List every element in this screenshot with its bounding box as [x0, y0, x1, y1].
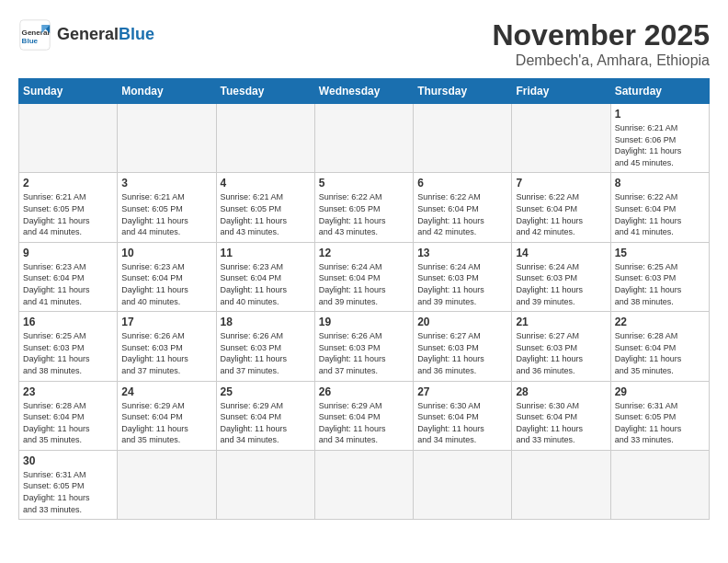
calendar-cell	[314, 104, 413, 173]
day-number: 23	[23, 385, 113, 398]
day-number: 18	[221, 316, 311, 328]
calendar-cell: 5Sunrise: 6:22 AM Sunset: 6:05 PM Daylig…	[314, 173, 413, 242]
calendar-cell: 30Sunrise: 6:31 AM Sunset: 6:05 PM Dayli…	[19, 450, 118, 519]
day-info: Sunrise: 6:31 AM Sunset: 6:05 PM Dayligh…	[615, 400, 705, 446]
calendar-cell: 10Sunrise: 6:23 AM Sunset: 6:04 PM Dayli…	[118, 242, 216, 311]
month-title: November 2025	[492, 18, 710, 52]
calendar-cell: 22Sunrise: 6:28 AM Sunset: 6:04 PM Dayli…	[610, 312, 709, 381]
calendar-cell	[19, 104, 118, 173]
calendar-cell: 26Sunrise: 6:29 AM Sunset: 6:04 PM Dayli…	[314, 381, 413, 450]
day-number: 24	[121, 385, 211, 398]
day-number: 7	[516, 177, 606, 190]
calendar-week-4: 16Sunrise: 6:25 AM Sunset: 6:03 PM Dayli…	[19, 312, 710, 381]
calendar-cell: 18Sunrise: 6:26 AM Sunset: 6:03 PM Dayli…	[216, 312, 314, 381]
day-number: 22	[615, 316, 705, 328]
calendar-cell: 27Sunrise: 6:30 AM Sunset: 6:04 PM Dayli…	[414, 381, 512, 450]
calendar-header-saturday: Saturday	[610, 79, 709, 104]
day-number: 13	[417, 247, 507, 259]
calendar-cell: 25Sunrise: 6:29 AM Sunset: 6:04 PM Dayli…	[216, 381, 314, 450]
calendar-cell: 21Sunrise: 6:27 AM Sunset: 6:03 PM Dayli…	[512, 312, 610, 381]
day-info: Sunrise: 6:25 AM Sunset: 6:03 PM Dayligh…	[23, 330, 113, 376]
calendar-header-tuesday: Tuesday	[216, 79, 314, 104]
calendar-cell: 19Sunrise: 6:26 AM Sunset: 6:03 PM Dayli…	[314, 312, 413, 381]
day-info: Sunrise: 6:24 AM Sunset: 6:03 PM Dayligh…	[417, 261, 507, 307]
calendar-header-thursday: Thursday	[414, 79, 512, 104]
day-number: 30	[23, 454, 113, 467]
calendar-cell: 2Sunrise: 6:21 AM Sunset: 6:05 PM Daylig…	[19, 173, 118, 242]
calendar-week-2: 2Sunrise: 6:21 AM Sunset: 6:05 PM Daylig…	[19, 173, 710, 242]
calendar-cell	[216, 104, 314, 173]
calendar-cell: 4Sunrise: 6:21 AM Sunset: 6:05 PM Daylig…	[216, 173, 314, 242]
day-info: Sunrise: 6:26 AM Sunset: 6:03 PM Dayligh…	[121, 330, 211, 376]
day-info: Sunrise: 6:26 AM Sunset: 6:03 PM Dayligh…	[319, 330, 409, 376]
day-info: Sunrise: 6:27 AM Sunset: 6:03 PM Dayligh…	[417, 330, 507, 376]
day-number: 2	[23, 177, 113, 190]
day-info: Sunrise: 6:28 AM Sunset: 6:04 PM Dayligh…	[23, 400, 113, 446]
calendar-cell: 24Sunrise: 6:29 AM Sunset: 6:04 PM Dayli…	[118, 381, 216, 450]
day-number: 25	[221, 385, 311, 398]
day-info: Sunrise: 6:21 AM Sunset: 6:05 PM Dayligh…	[121, 191, 211, 237]
day-number: 4	[221, 177, 311, 190]
calendar-cell: 16Sunrise: 6:25 AM Sunset: 6:03 PM Dayli…	[19, 312, 118, 381]
day-number: 21	[516, 316, 606, 328]
day-info: Sunrise: 6:27 AM Sunset: 6:03 PM Dayligh…	[516, 330, 606, 376]
calendar-cell	[314, 450, 413, 519]
day-info: Sunrise: 6:22 AM Sunset: 6:04 PM Dayligh…	[417, 191, 507, 237]
day-info: Sunrise: 6:31 AM Sunset: 6:05 PM Dayligh…	[23, 469, 113, 515]
day-info: Sunrise: 6:29 AM Sunset: 6:04 PM Dayligh…	[221, 400, 311, 446]
location-title: Dembech'a, Amhara, Ethiopia	[492, 52, 710, 69]
calendar-cell	[216, 450, 314, 519]
day-number: 27	[417, 385, 507, 398]
calendar-cell: 8Sunrise: 6:22 AM Sunset: 6:04 PM Daylig…	[610, 173, 709, 242]
calendar-cell	[118, 450, 216, 519]
day-number: 15	[615, 247, 705, 259]
calendar-cell: 23Sunrise: 6:28 AM Sunset: 6:04 PM Dayli…	[19, 381, 118, 450]
calendar-cell: 29Sunrise: 6:31 AM Sunset: 6:05 PM Dayli…	[610, 381, 709, 450]
day-number: 14	[516, 247, 606, 259]
day-number: 9	[23, 247, 113, 259]
page-header: General Blue GeneralBlue November 2025 D…	[18, 18, 710, 69]
calendar-cell	[512, 104, 610, 173]
calendar-header-row: SundayMondayTuesdayWednesdayThursdayFrid…	[19, 79, 710, 104]
calendar-cell: 7Sunrise: 6:22 AM Sunset: 6:04 PM Daylig…	[512, 173, 610, 242]
day-info: Sunrise: 6:22 AM Sunset: 6:05 PM Dayligh…	[319, 191, 409, 237]
day-number: 3	[121, 177, 211, 190]
calendar-week-5: 23Sunrise: 6:28 AM Sunset: 6:04 PM Dayli…	[19, 381, 710, 450]
day-info: Sunrise: 6:24 AM Sunset: 6:04 PM Dayligh…	[319, 261, 409, 307]
svg-text:Blue: Blue	[22, 37, 39, 45]
calendar-header-wednesday: Wednesday	[314, 79, 413, 104]
calendar-week-3: 9Sunrise: 6:23 AM Sunset: 6:04 PM Daylig…	[19, 242, 710, 311]
day-info: Sunrise: 6:23 AM Sunset: 6:04 PM Dayligh…	[121, 261, 211, 307]
calendar-cell: 13Sunrise: 6:24 AM Sunset: 6:03 PM Dayli…	[414, 242, 512, 311]
calendar-cell: 20Sunrise: 6:27 AM Sunset: 6:03 PM Dayli…	[414, 312, 512, 381]
day-number: 10	[121, 247, 211, 259]
calendar-cell: 6Sunrise: 6:22 AM Sunset: 6:04 PM Daylig…	[414, 173, 512, 242]
day-number: 28	[516, 385, 606, 398]
day-number: 11	[221, 247, 311, 259]
svg-text:General: General	[22, 29, 50, 37]
calendar-cell: 9Sunrise: 6:23 AM Sunset: 6:04 PM Daylig…	[19, 242, 118, 311]
day-info: Sunrise: 6:24 AM Sunset: 6:03 PM Dayligh…	[516, 261, 606, 307]
calendar-week-1: 1Sunrise: 6:21 AM Sunset: 6:06 PM Daylig…	[19, 104, 710, 173]
calendar-cell	[414, 450, 512, 519]
calendar-cell: 11Sunrise: 6:23 AM Sunset: 6:04 PM Dayli…	[216, 242, 314, 311]
calendar-cell: 17Sunrise: 6:26 AM Sunset: 6:03 PM Dayli…	[118, 312, 216, 381]
day-info: Sunrise: 6:25 AM Sunset: 6:03 PM Dayligh…	[615, 261, 705, 307]
calendar-body: 1Sunrise: 6:21 AM Sunset: 6:06 PM Daylig…	[19, 104, 710, 520]
day-info: Sunrise: 6:30 AM Sunset: 6:04 PM Dayligh…	[516, 400, 606, 446]
calendar-cell: 15Sunrise: 6:25 AM Sunset: 6:03 PM Dayli…	[610, 242, 709, 311]
day-number: 1	[615, 108, 705, 121]
calendar: SundayMondayTuesdayWednesdayThursdayFrid…	[18, 78, 710, 520]
calendar-cell: 12Sunrise: 6:24 AM Sunset: 6:04 PM Dayli…	[314, 242, 413, 311]
day-number: 19	[319, 316, 409, 328]
calendar-cell	[512, 450, 610, 519]
day-info: Sunrise: 6:26 AM Sunset: 6:03 PM Dayligh…	[221, 330, 311, 376]
calendar-cell: 14Sunrise: 6:24 AM Sunset: 6:03 PM Dayli…	[512, 242, 610, 311]
day-number: 16	[23, 316, 113, 328]
day-info: Sunrise: 6:29 AM Sunset: 6:04 PM Dayligh…	[121, 400, 211, 446]
logo: General Blue GeneralBlue	[18, 18, 154, 52]
calendar-cell	[414, 104, 512, 173]
calendar-header-friday: Friday	[512, 79, 610, 104]
day-info: Sunrise: 6:29 AM Sunset: 6:04 PM Dayligh…	[319, 400, 409, 446]
day-number: 17	[121, 316, 211, 328]
